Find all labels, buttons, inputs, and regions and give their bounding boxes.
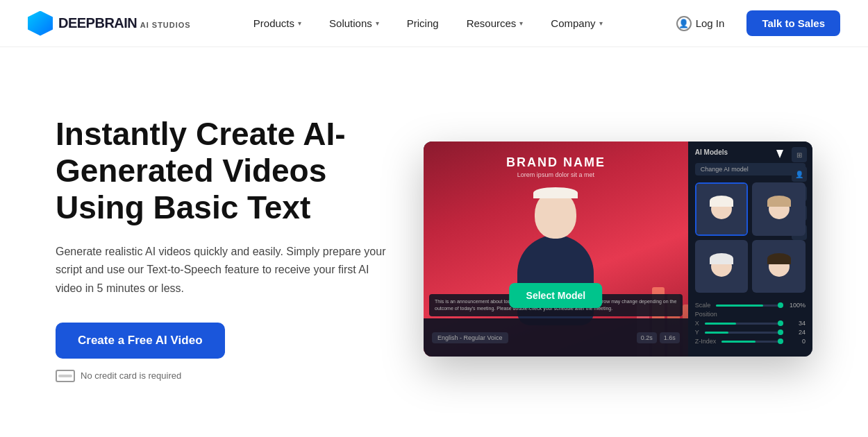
model-face-3 bbox=[695, 240, 749, 293]
model-face-4 bbox=[752, 240, 806, 293]
talk-to-sales-button[interactable]: Talk to Sales bbox=[746, 10, 840, 36]
time-badges: 0.2s 1.6s bbox=[637, 332, 680, 343]
x-slider[interactable] bbox=[705, 323, 783, 325]
model-card-4[interactable] bbox=[752, 240, 806, 293]
ai-models-panel: AI Models ⊞ 👤 🖼 T □ Change AI model bbox=[688, 142, 812, 357]
language-badge: English - Regular Voice bbox=[432, 332, 508, 343]
person-head bbox=[535, 190, 576, 239]
nav-pricing[interactable]: Pricing bbox=[393, 12, 453, 35]
person-icon[interactable]: 👤 bbox=[792, 166, 807, 182]
login-button[interactable]: 👤 Log In bbox=[665, 10, 736, 37]
nav-right: 👤 Log In Talk to Sales bbox=[665, 10, 840, 37]
face-1 bbox=[711, 198, 732, 219]
hero-content: Instantly Create AI-Generated Videos Usi… bbox=[56, 116, 417, 382]
credit-card-icon bbox=[56, 370, 75, 382]
model-face-2 bbox=[752, 182, 806, 236]
no-credit-notice: No credit card is required bbox=[56, 370, 417, 382]
scale-row: Scale 100% bbox=[695, 302, 806, 309]
logo-brand: DEEPBRAIN bbox=[58, 15, 137, 31]
chevron-down-icon: ▾ bbox=[298, 19, 301, 27]
y-row: Y 24 bbox=[695, 329, 806, 336]
scale-slider[interactable] bbox=[716, 305, 783, 307]
chevron-down-icon: ▾ bbox=[376, 19, 379, 27]
model-card-2[interactable] bbox=[752, 182, 806, 236]
nav-resources[interactable]: Resources ▾ bbox=[453, 12, 537, 35]
model-card-1[interactable] bbox=[695, 182, 749, 236]
nav-links: Products ▾ Solutions ▾ Pricing Resources… bbox=[240, 12, 617, 35]
face-2 bbox=[769, 198, 790, 219]
hero-title: Instantly Create AI-Generated Videos Usi… bbox=[56, 116, 417, 226]
model-face-1 bbox=[696, 184, 747, 234]
nav-company[interactable]: Company ▾ bbox=[537, 12, 616, 35]
video-frame: BRAND NAME Lorem ipsum dolor sit a met bbox=[424, 142, 812, 357]
chevron-down-icon: ▾ bbox=[519, 19, 523, 27]
face-3 bbox=[711, 256, 732, 277]
person-hair bbox=[533, 187, 578, 198]
hero-description: Generate realistic AI videos quickly and… bbox=[56, 243, 389, 298]
cursor bbox=[776, 150, 783, 161]
time-badge-2: 1.6s bbox=[660, 332, 680, 343]
y-slider[interactable] bbox=[705, 332, 783, 334]
scale-section: Scale 100% Position X bbox=[688, 297, 812, 350]
position-label-row: Position bbox=[695, 311, 806, 318]
nav-products[interactable]: Products ▾ bbox=[240, 12, 315, 35]
logo-icon bbox=[28, 11, 53, 36]
video-brand: BRAND NAME Lorem ipsum dolor sit a met bbox=[506, 155, 606, 178]
create-free-video-button[interactable]: Create a Free AI Video bbox=[56, 323, 225, 359]
chevron-down-icon: ▾ bbox=[599, 19, 603, 27]
x-row: X 34 bbox=[695, 320, 806, 327]
z-row: Z-Index 0 bbox=[695, 338, 806, 345]
nav-solutions[interactable]: Solutions ▾ bbox=[315, 12, 393, 35]
face-4 bbox=[769, 256, 790, 277]
video-controls: English - Regular Voice 0.2s 1.6s bbox=[424, 318, 688, 357]
user-icon: 👤 bbox=[676, 16, 692, 31]
select-model-button[interactable]: Select Model bbox=[510, 283, 603, 308]
video-main: BRAND NAME Lorem ipsum dolor sit a met bbox=[424, 142, 688, 357]
logo: DEEPBRAIN AI STUDIOS bbox=[28, 11, 191, 36]
hero-video-preview: BRAND NAME Lorem ipsum dolor sit a met bbox=[424, 142, 812, 357]
z-slider[interactable] bbox=[721, 341, 783, 343]
hero-section: Instantly Create AI-Generated Videos Usi… bbox=[0, 47, 868, 437]
navbar: DEEPBRAIN AI STUDIOS Products ▾ Solution… bbox=[0, 0, 868, 47]
expand-icon[interactable]: ⊞ bbox=[792, 147, 807, 162]
model-card-3[interactable] bbox=[695, 240, 749, 293]
logo-sub: AI STUDIOS bbox=[140, 21, 191, 29]
time-badge-1: 0.2s bbox=[637, 332, 657, 343]
change-model-button[interactable]: Change AI model bbox=[695, 163, 806, 175]
